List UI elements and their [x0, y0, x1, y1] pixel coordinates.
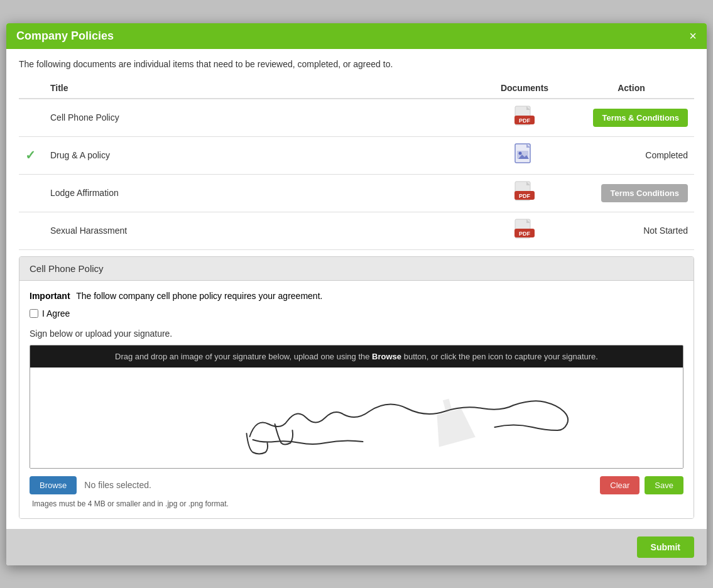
- hint-browse: Browse: [372, 352, 401, 361]
- row-doc-cell: [481, 136, 569, 174]
- row-doc-cell: PDF: [481, 174, 569, 212]
- table-row: Cell Phone Policy PDF Terms & Co: [19, 99, 694, 137]
- policy-table: Title Documents Action Cell Phone Policy: [19, 78, 694, 250]
- col-header-title: Title: [44, 78, 481, 99]
- row-action-cell: Terms Conditions: [569, 174, 694, 212]
- signature-canvas[interactable]: [30, 368, 683, 468]
- hint-text: Drag and drop an image of your signature…: [115, 352, 372, 361]
- image-doc-icon: [514, 158, 535, 168]
- agree-label: I Agree: [42, 308, 70, 318]
- pdf-icon: PDF: [514, 106, 535, 128]
- signature-hint: Drag and drop an image of your signature…: [30, 346, 683, 368]
- svg-text:PDF: PDF: [519, 193, 531, 199]
- terms-conditions-button-gray[interactable]: Terms Conditions: [601, 184, 688, 202]
- status-not-started: Not Started: [643, 226, 688, 236]
- row-check-cell: [19, 174, 44, 212]
- row-doc-cell: PDF: [481, 212, 569, 249]
- table-row: ✓ Drug & A policy: [19, 136, 694, 174]
- submit-button[interactable]: Submit: [637, 536, 694, 558]
- svg-text:PDF: PDF: [519, 231, 531, 237]
- agree-checkbox[interactable]: [30, 309, 38, 318]
- row-check-cell: [19, 99, 44, 137]
- pdf-icon: PDF: [514, 181, 535, 204]
- svg-point-7: [519, 151, 522, 155]
- intro-text: The following documents are individual i…: [19, 59, 694, 69]
- no-files-text: No files selected.: [84, 480, 151, 490]
- signature-area[interactable]: Drag and drop an image of your signature…: [30, 345, 683, 469]
- row-action-cell: Terms & Conditions: [569, 99, 694, 137]
- hint-text2: button, or click the pen icon to capture…: [401, 352, 598, 361]
- clear-button[interactable]: Clear: [600, 476, 640, 494]
- modal-footer: Submit: [6, 529, 707, 565]
- table-row: Lodge Affirmation PDF Terms Cond: [19, 174, 694, 212]
- modal-title: Company Policies: [16, 30, 114, 43]
- important-row: Important The follow company cell phone …: [30, 291, 683, 301]
- agree-row: I Agree: [30, 308, 683, 318]
- save-button[interactable]: Save: [645, 476, 683, 494]
- panel-body: Important The follow company cell phone …: [19, 281, 694, 518]
- row-title-cell: Sexual Harassment: [44, 212, 481, 249]
- close-button[interactable]: ×: [689, 30, 697, 42]
- row-action-cell: Completed: [569, 136, 694, 174]
- col-header-documents: Documents: [481, 78, 569, 99]
- svg-text:PDF: PDF: [519, 117, 531, 124]
- status-completed: Completed: [645, 150, 688, 160]
- table-row: Sexual Harassment PDF Not Starte: [19, 212, 694, 249]
- file-row: Browse No files selected. Clear Save: [30, 476, 683, 494]
- file-hint: Images must be 4 MB or smaller and in .j…: [32, 499, 229, 508]
- col-header-action: Action: [569, 78, 694, 99]
- col-header-check: [19, 78, 44, 99]
- panel-header: Cell Phone Policy: [19, 257, 694, 281]
- sign-label: Sign below or upload your signature.: [30, 329, 683, 339]
- row-action-cell: Not Started: [569, 212, 694, 249]
- row-title-cell: Cell Phone Policy: [44, 99, 481, 137]
- row-title-cell: Drug & A policy: [44, 136, 481, 174]
- row-check-cell: [19, 212, 44, 249]
- important-text: The follow company cell phone policy req…: [76, 291, 322, 301]
- modal-header: Company Policies ×: [6, 23, 707, 49]
- important-label: Important: [30, 291, 70, 301]
- browse-button[interactable]: Browse: [30, 476, 77, 494]
- file-hint-row: Images must be 4 MB or smaller and in .j…: [30, 498, 683, 508]
- row-check-cell: ✓: [19, 136, 44, 174]
- modal-body: The following documents are individual i…: [6, 49, 707, 529]
- terms-conditions-button-green[interactable]: Terms & Conditions: [593, 109, 688, 127]
- pdf-icon: PDF: [514, 219, 535, 241]
- file-actions: Clear Save: [600, 476, 683, 494]
- policy-detail-panel: Cell Phone Policy Important The follow c…: [19, 256, 694, 519]
- row-doc-cell: PDF: [481, 99, 569, 137]
- row-title-cell: Lodge Affirmation: [44, 174, 481, 212]
- company-policies-modal: Company Policies × The following documen…: [6, 23, 707, 565]
